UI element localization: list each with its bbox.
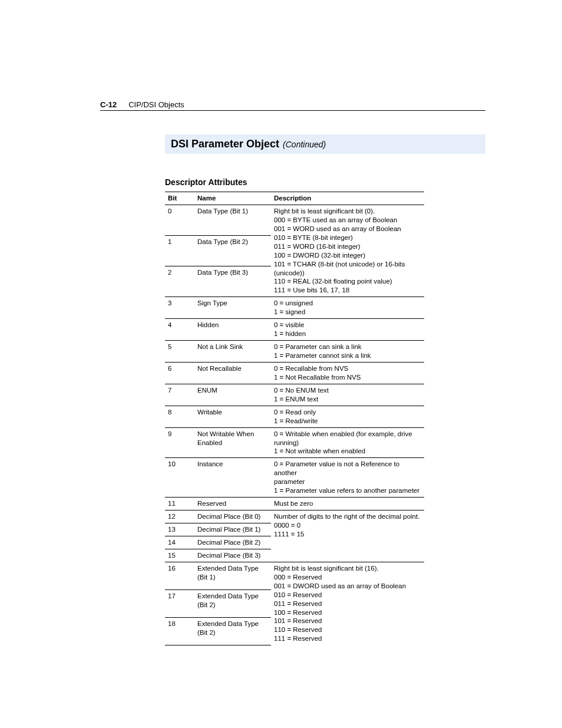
cell-bit: 16 <box>165 562 194 589</box>
cell-bit: 17 <box>165 589 194 617</box>
cell-bit: 14 <box>165 536 194 549</box>
table-row: 11ReservedMust be zero <box>165 498 424 510</box>
subsection-heading: Descriptor Attributes <box>165 177 527 187</box>
cell-description: 0 = Recallable from NVS 1 = Not Recallab… <box>271 362 424 384</box>
section-title-bar: DSI Parameter Object (Continued) <box>165 134 485 154</box>
cell-bit: 3 <box>165 297 194 319</box>
cell-name: Decimal Place (Bit 0) <box>194 510 271 523</box>
table-row: 9Not Writable When Enabled0 = Writable w… <box>165 427 424 458</box>
cell-description: Must be zero <box>271 498 424 510</box>
cell-name: Decimal Place (Bit 1) <box>194 523 271 536</box>
cell-description: 0 = Parameter can sink a link 1 = Parame… <box>271 341 424 363</box>
cell-bit: 18 <box>165 617 194 645</box>
descriptor-table: Bit Name Description 0Data Type (Bit 1)R… <box>165 192 424 645</box>
cell-description: 0 = Writable when enabled (for example, … <box>271 427 424 458</box>
cell-bit: 8 <box>165 406 194 427</box>
table-body: 0Data Type (Bit 1)Right bit is least sig… <box>165 205 424 645</box>
cell-bit: 11 <box>165 498 194 510</box>
cell-name: Extended Data Type (Bit 1) <box>194 562 271 589</box>
cell-bit: 7 <box>165 384 194 406</box>
breadcrumb: CIP/DSI Objects <box>128 100 184 109</box>
cell-bit: 0 <box>165 205 194 235</box>
table-row: 3Sign Type0 = unsigned 1 = signed <box>165 297 424 319</box>
cell-bit: 4 <box>165 319 194 341</box>
page-number: C-12 <box>100 100 117 109</box>
cell-name: Instance <box>194 458 271 498</box>
cell-name: Hidden <box>194 319 271 341</box>
th-name: Name <box>194 192 271 205</box>
cell-description: 0 = unsigned 1 = signed <box>271 297 424 319</box>
cell-name: Writable <box>194 406 271 427</box>
cell-name: Extended Data Type (Bit 2) <box>194 589 271 617</box>
section-continued: (Continued) <box>283 140 326 149</box>
table-row: 10Instance0 = Parameter value is not a R… <box>165 458 424 498</box>
table-row: 7ENUM0 = No ENUM text 1 = ENUM text <box>165 384 424 406</box>
table-row: 0Data Type (Bit 1)Right bit is least sig… <box>165 205 424 235</box>
cell-bit: 6 <box>165 362 194 384</box>
cell-bit: 9 <box>165 427 194 458</box>
cell-bit: 10 <box>165 458 194 498</box>
cell-name: Sign Type <box>194 297 271 319</box>
cell-description: Right bit is least significant bit (0). … <box>271 205 424 297</box>
cell-bit: 2 <box>165 266 194 297</box>
cell-bit: 15 <box>165 549 194 562</box>
cell-description: Right bit is least significant bit (16).… <box>271 562 424 645</box>
th-bit: Bit <box>165 192 194 205</box>
cell-name: Not a Link Sink <box>194 341 271 363</box>
cell-name: Decimal Place (Bit 2) <box>194 536 271 549</box>
cell-description: 0 = visible 1 = hidden <box>271 319 424 341</box>
th-description: Description <box>271 192 424 205</box>
table-header-row: Bit Name Description <box>165 192 424 205</box>
cell-description: 0 = Parameter value is not a Reference t… <box>271 458 424 498</box>
cell-description: 0 = Read only 1 = Read/write <box>271 406 424 427</box>
cell-bit: 1 <box>165 236 194 266</box>
cell-bit: 12 <box>165 510 194 523</box>
cell-name: Decimal Place (Bit 3) <box>194 549 271 562</box>
cell-name: Not Writable When Enabled <box>194 427 271 458</box>
table-row: 4Hidden0 = visible 1 = hidden <box>165 319 424 341</box>
section-title: DSI Parameter Object <box>171 138 279 150</box>
cell-name: Data Type (Bit 2) <box>194 236 271 266</box>
cell-bit: 13 <box>165 523 194 536</box>
cell-description: Number of digits to the right of the dec… <box>271 510 424 562</box>
cell-name: Reserved <box>194 498 271 510</box>
cell-name: Data Type (Bit 1) <box>194 205 271 235</box>
page: C-12 CIP/DSI Objects DSI Parameter Objec… <box>0 0 562 681</box>
cell-name: Data Type (Bit 3) <box>194 266 271 297</box>
cell-name: ENUM <box>194 384 271 406</box>
table-row: 16Extended Data Type (Bit 1)Right bit is… <box>165 562 424 589</box>
cell-name: Extended Data Type (Bit 2) <box>194 617 271 645</box>
page-header: C-12 CIP/DSI Objects <box>100 100 485 111</box>
table-row: 8Writable0 = Read only 1 = Read/write <box>165 406 424 427</box>
cell-name: Not Recallable <box>194 362 271 384</box>
table-row: 12Decimal Place (Bit 0)Number of digits … <box>165 510 424 523</box>
table-row: 6Not Recallable0 = Recallable from NVS 1… <box>165 362 424 384</box>
table-row: 5Not a Link Sink0 = Parameter can sink a… <box>165 341 424 363</box>
cell-bit: 5 <box>165 341 194 363</box>
cell-description: 0 = No ENUM text 1 = ENUM text <box>271 384 424 406</box>
